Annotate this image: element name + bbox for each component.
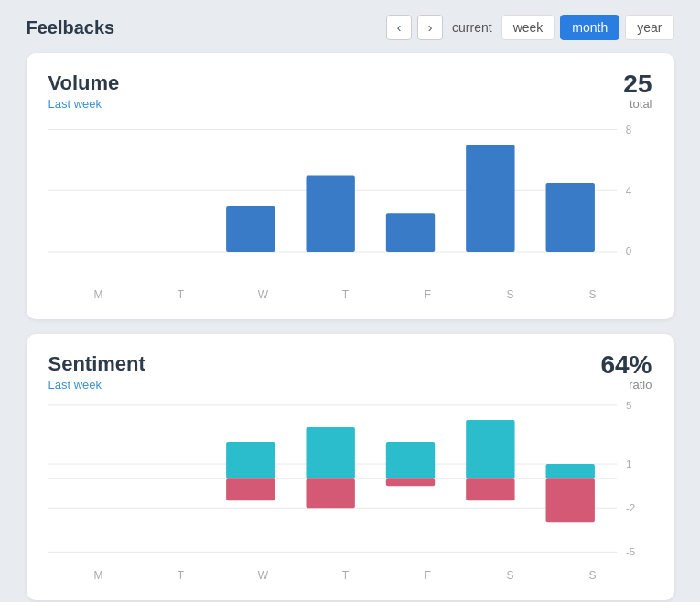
header: Feelbacks ‹ › current week month year <box>27 15 674 40</box>
x-label-f: F <box>387 288 469 301</box>
next-button[interactable]: › <box>417 15 443 40</box>
sent-x-label-t1: T <box>140 569 222 582</box>
sentiment-pos-t <box>306 427 354 478</box>
sentiment-pos-s2 <box>545 464 594 478</box>
volume-number: 25 <box>623 71 652 97</box>
sentiment-pos-w <box>226 442 275 478</box>
x-label-w: W <box>222 288 305 301</box>
sentiment-title: Sentiment <box>48 352 145 376</box>
svg-text:4: 4 <box>625 184 631 198</box>
sentiment-neg-t <box>306 478 354 508</box>
sentiment-neg-s1 <box>466 478 514 500</box>
volume-card-header: Volume Last week 25 total <box>48 71 652 111</box>
svg-text:0: 0 <box>625 245 631 259</box>
sentiment-card: Sentiment Last week 64% ratio 5 1 -2 <box>27 334 674 600</box>
sentiment-neg-f <box>385 478 434 486</box>
x-label-s2: S <box>552 288 634 301</box>
volume-bar-s2 <box>545 183 594 252</box>
x-label-t2: T <box>305 288 387 301</box>
volume-bar-f <box>385 213 434 252</box>
volume-title-group: Volume Last week <box>48 71 120 111</box>
volume-bar-s1 <box>466 145 514 252</box>
sentiment-card-header: Sentiment Last week 64% ratio <box>48 352 652 392</box>
sentiment-value-label: ratio <box>600 378 652 392</box>
svg-text:-2: -2 <box>625 501 634 513</box>
x-label-s1: S <box>469 288 552 301</box>
sentiment-neg-s2 <box>545 478 594 522</box>
sentiment-title-group: Sentiment Last week <box>48 352 145 392</box>
volume-title: Volume <box>48 71 120 95</box>
sent-x-label-t2: T <box>305 569 387 582</box>
volume-value-label: total <box>623 97 652 111</box>
sentiment-pos-f <box>385 442 434 478</box>
sent-x-label-w: W <box>222 569 305 582</box>
page-title: Feelbacks <box>27 17 115 38</box>
prev-button[interactable]: ‹ <box>386 15 412 40</box>
sentiment-chart-svg: 5 1 -2 -5 <box>48 401 652 565</box>
month-button[interactable]: month <box>560 15 619 40</box>
sent-x-label-m: M <box>58 569 140 582</box>
volume-chart: 8 4 0 <box>48 120 652 285</box>
x-label-t1: T <box>140 288 222 301</box>
volume-value-group: 25 total <box>623 71 652 111</box>
sentiment-subtitle: Last week <box>48 378 145 392</box>
svg-text:5: 5 <box>625 401 630 411</box>
sentiment-neg-w <box>226 478 275 500</box>
volume-bar-w <box>226 206 275 252</box>
volume-subtitle: Last week <box>48 97 120 111</box>
current-label: current <box>452 20 492 35</box>
sentiment-x-labels: M T W T F S S <box>48 569 652 582</box>
volume-x-labels: M T W T F S S <box>48 288 652 301</box>
nav-controls: ‹ › current week month year <box>386 15 673 40</box>
sentiment-value-group: 64% ratio <box>600 352 652 392</box>
svg-text:8: 8 <box>625 123 631 136</box>
main-container: Feelbacks ‹ › current week month year Vo… <box>12 0 689 602</box>
volume-card: Volume Last week 25 total 8 4 0 <box>27 53 674 319</box>
svg-text:1: 1 <box>625 457 630 469</box>
sentiment-chart: 5 1 -2 -5 <box>48 401 652 565</box>
year-button[interactable]: year <box>625 15 673 40</box>
sentiment-pos-s1 <box>466 420 514 478</box>
volume-bar-t <box>306 176 354 252</box>
sent-x-label-s1: S <box>469 569 552 582</box>
sent-x-label-f: F <box>387 569 469 582</box>
week-button[interactable]: week <box>501 15 555 40</box>
sentiment-number: 64% <box>600 352 652 378</box>
svg-text:-5: -5 <box>625 545 634 557</box>
sent-x-label-s2: S <box>552 569 634 582</box>
x-label-m: M <box>58 288 140 301</box>
volume-chart-svg: 8 4 0 <box>48 120 652 285</box>
